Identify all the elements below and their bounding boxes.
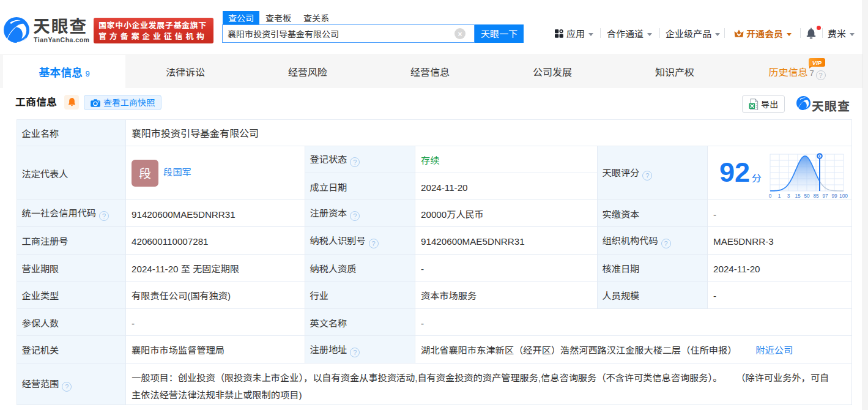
svg-text:1: 1: [778, 193, 781, 199]
svg-text:97: 97: [822, 193, 828, 199]
svg-text:85: 85: [813, 193, 819, 199]
svg-text:0: 0: [769, 193, 772, 199]
svg-text:3: 3: [787, 193, 790, 199]
svg-text:99: 99: [831, 193, 837, 199]
svg-text:100: 100: [839, 193, 848, 199]
svg-text:50: 50: [804, 193, 810, 199]
svg-text:15: 15: [795, 193, 801, 199]
